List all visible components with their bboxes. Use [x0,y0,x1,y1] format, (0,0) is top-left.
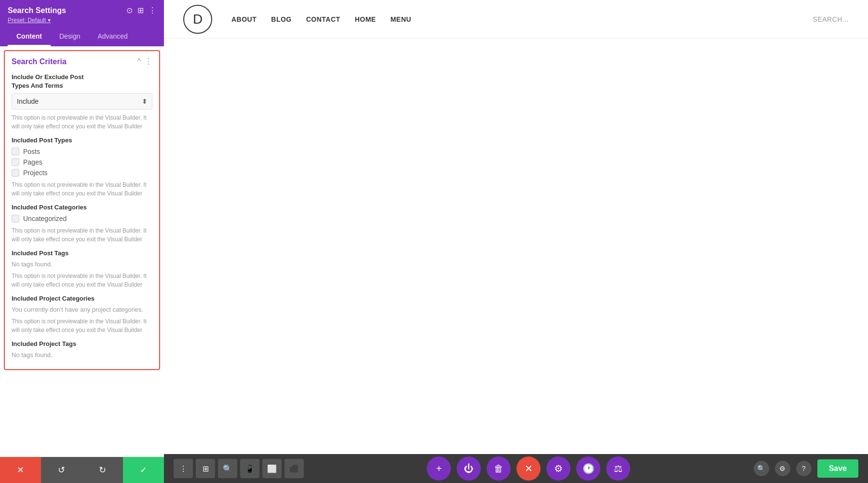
project-tags-no-items: No tags found. [12,351,152,359]
nav-links: ABOUT BLOG CONTACT HOME MENU [231,15,813,23]
undo-icon: ↺ [58,465,65,475]
include-exclude-select[interactable]: Include Exclude [12,93,152,110]
collapse-icon[interactable]: ^ [137,57,141,66]
settings-right-icon: ⚙ [779,465,786,472]
nav-link-menu[interactable]: MENU [391,15,411,23]
checkbox-projects: Projects [12,169,152,177]
post-tags-no-items: No tags found. [12,261,152,268]
search-criteria-section: Search Criteria ^ ⋮ Include Or Exclude P… [4,50,160,370]
section-body: Include Or Exclude Post Types And Terms … [5,71,159,369]
settings-button[interactable]: ⚙ [546,456,570,481]
project-categories-helper: This option is not previewable in the Vi… [12,317,152,334]
nav-link-contact[interactable]: CONTACT [306,15,340,23]
panel-content: Search Criteria ^ ⋮ Include Or Exclude P… [0,46,164,457]
search-right-btn[interactable]: 🔍 [754,461,769,476]
panel-header-icons: ⊙ ⊞ ⋮ [126,6,156,15]
checkbox-posts-label[interactable]: Posts [23,148,40,155]
toolbar-tablet-btn[interactable]: ⬜ [262,459,282,478]
include-exclude-field: Include Or Exclude Post Types And Terms … [12,73,152,131]
included-project-categories-label: Included Project Categories [12,295,152,302]
tab-content[interactable]: Content [8,28,51,46]
checkbox-uncategorized-input[interactable] [12,215,19,222]
close-button[interactable]: ✕ [0,457,41,483]
include-exclude-select-wrapper: Include Exclude ⬍ [12,93,152,110]
nav-link-home[interactable]: HOME [355,15,376,23]
save-check-button[interactable]: ✓ [123,457,164,483]
toolbar-right: 🔍 ⚙ ? Save [754,459,858,478]
included-project-tags-label: Included Project Tags [12,340,152,347]
panel-preset[interactable]: Preset: Default ▾ [8,17,156,24]
power-icon: ⏻ [464,463,474,474]
included-post-tags-label: Included Post Tags [12,249,152,257]
toolbar-mobile-btn[interactable]: 📱 [240,459,259,478]
nav-link-blog[interactable]: BLOG [271,15,291,23]
settings-right-btn[interactable]: ⚙ [775,461,790,476]
search-icon: 🔍 [223,464,232,473]
checkbox-posts-input[interactable] [12,148,19,155]
mobile-icon: 📱 [245,464,255,473]
nav-link-about[interactable]: ABOUT [231,15,257,23]
panel-tabs: Content Design Advanced [8,28,156,46]
history-button[interactable]: 🕐 [576,456,600,481]
close-x-button[interactable]: ✕ [516,456,541,481]
included-post-tags-field: Included Post Tags No tags found. This o… [12,249,152,289]
left-panel: Search Settings ⊙ ⊞ ⋮ Preset: Default ▾ … [0,0,164,483]
section-header-icons: ^ ⋮ [137,57,152,66]
post-types-helper: This option is not previewable in the Vi… [12,180,152,198]
more-icon[interactable]: ⋮ [149,6,156,15]
checkbox-pages-label[interactable]: Pages [23,158,42,166]
delete-button[interactable]: 🗑 [487,456,511,481]
history-icon: 🕐 [583,463,595,474]
toolbar-menu-btn[interactable]: ⋮ [174,459,193,478]
redo-icon: ↻ [99,465,106,475]
section-more-icon[interactable]: ⋮ [145,57,152,66]
included-post-types-label: Included Post Types [12,137,152,144]
bottom-toolbar: ⋮ ⊞ 🔍 📱 ⬜ ⬛ + [164,454,868,483]
checkbox-projects-input[interactable] [12,169,19,177]
save-check-icon: ✓ [140,465,147,475]
post-categories-helper: This option is not previewable in the Vi… [12,226,152,244]
toolbar-center: + ⏻ 🗑 ✕ ⚙ 🕐 ⚖ [427,456,630,481]
tab-advanced[interactable]: Advanced [89,28,136,46]
settings-icon: ⚙ [554,463,563,474]
help-btn[interactable]: ? [796,461,812,476]
toolbar-desktop-btn[interactable]: ⬛ [285,459,304,478]
close-icon: ✕ [17,465,24,475]
desktop-icon: ⬛ [289,464,299,473]
right-content: D ABOUT BLOG CONTACT HOME MENU SEARCH...… [164,0,868,483]
undo-button[interactable]: ↺ [41,457,82,483]
panel-bottom: ✕ ↺ ↻ ✓ [0,457,164,483]
top-nav: D ABOUT BLOG CONTACT HOME MENU SEARCH... [164,0,868,39]
checkbox-uncategorized: Uncategorized [12,215,152,222]
layout-icon[interactable]: ⊞ [137,6,144,15]
target-icon[interactable]: ⊙ [126,6,133,15]
add-button[interactable]: + [427,456,451,481]
included-post-types-field: Included Post Types Posts Pages [12,137,152,198]
toolbar-grid-btn[interactable]: ⊞ [196,459,215,478]
compare-icon: ⚖ [614,463,623,474]
panel-header: Search Settings ⊙ ⊞ ⋮ Preset: Default ▾ … [0,0,164,46]
redo-button[interactable]: ↻ [82,457,123,483]
included-post-categories-field: Included Post Categories Uncategorized T… [12,204,152,244]
toolbar-search-btn[interactable]: 🔍 [218,459,237,478]
compare-button[interactable]: ⚖ [606,456,630,481]
section-title: Search Criteria [12,57,67,66]
menu-dots-icon: ⋮ [179,464,187,473]
included-project-categories-field: Included Project Categories You currentl… [12,295,152,334]
close-x-icon: ✕ [525,463,533,474]
search-right-icon: 🔍 [757,465,765,472]
toolbar-left: ⋮ ⊞ 🔍 📱 ⬜ ⬛ [174,459,304,478]
include-exclude-label: Include Or Exclude Post Types And Terms [12,73,152,90]
project-categories-no-items: You currently don't have any project cat… [12,306,152,313]
tab-design[interactable]: Design [51,28,89,46]
nav-search[interactable]: SEARCH... [813,15,849,23]
checkbox-pages-input[interactable] [12,158,19,166]
power-button[interactable]: ⏻ [457,456,481,481]
delete-icon: 🗑 [494,463,503,474]
checkbox-projects-label[interactable]: Projects [23,169,48,177]
post-tags-helper: This option is not previewable in the Vi… [12,272,152,289]
save-button[interactable]: Save [817,459,858,478]
app-container: Search Settings ⊙ ⊞ ⋮ Preset: Default ▾ … [0,0,868,483]
checkbox-posts: Posts [12,148,152,155]
checkbox-uncategorized-label[interactable]: Uncategorized [23,215,67,222]
